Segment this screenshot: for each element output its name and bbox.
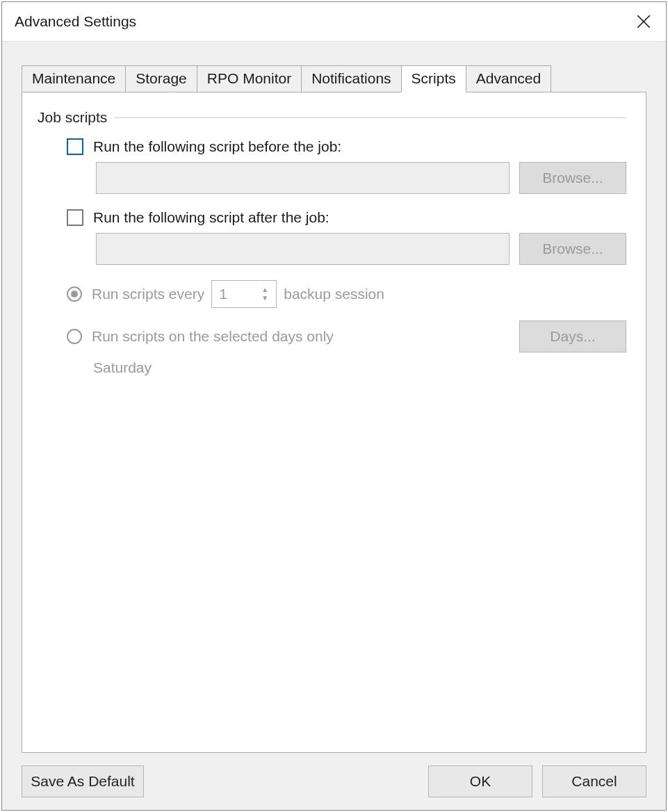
scripts-panel: Job scripts Run the following script bef… xyxy=(22,92,646,753)
after-job-label: Run the following script after the job: xyxy=(93,209,329,226)
tab-maintenance[interactable]: Maintenance xyxy=(22,65,126,92)
after-job-browse-button[interactable]: Browse... xyxy=(519,233,626,265)
tab-row: Maintenance Storage RPO Monitor Notifica… xyxy=(22,65,646,92)
group-job-scripts: Job scripts xyxy=(38,109,626,126)
spinner-arrows: ▲ ▼ xyxy=(254,281,276,307)
before-job-path-row: Browse... xyxy=(96,162,626,194)
titlebar: Advanced Settings xyxy=(2,2,666,41)
run-every-prefix: Run scripts every xyxy=(92,286,204,302)
session-count-value: 1 xyxy=(212,281,254,307)
run-days-row: Run scripts on the selected days only Da… xyxy=(67,320,626,352)
after-job-checkbox[interactable] xyxy=(67,209,83,226)
client-area: Maintenance Storage RPO Monitor Notifica… xyxy=(2,41,666,810)
group-divider xyxy=(114,117,626,118)
after-job-row: Run the following script after the job: xyxy=(67,209,626,226)
days-button[interactable]: Days... xyxy=(519,320,626,352)
cancel-button[interactable]: Cancel xyxy=(542,765,646,797)
tab-rpo-monitor[interactable]: RPO Monitor xyxy=(197,65,302,92)
run-days-radio[interactable] xyxy=(67,329,82,344)
before-job-path-input[interactable] xyxy=(96,162,510,194)
radio-dot-icon xyxy=(71,291,78,298)
ok-button[interactable]: OK xyxy=(428,765,532,797)
tab-advanced[interactable]: Advanced xyxy=(466,65,551,92)
close-icon xyxy=(637,15,651,29)
save-as-default-button[interactable]: Save As Default xyxy=(22,765,144,797)
advanced-settings-dialog: Advanced Settings Maintenance Storage RP… xyxy=(1,1,667,811)
run-every-radio[interactable] xyxy=(67,286,82,302)
run-every-suffix: backup session xyxy=(284,286,384,302)
window-title: Advanced Settings xyxy=(15,13,630,30)
chevron-up-icon[interactable]: ▲ xyxy=(261,286,268,294)
tab-scripts[interactable]: Scripts xyxy=(401,65,466,92)
run-every-row: Run scripts every 1 ▲ ▼ backup session xyxy=(67,280,626,308)
before-job-label: Run the following script before the job: xyxy=(93,138,341,155)
before-job-checkbox[interactable] xyxy=(67,138,83,155)
before-job-browse-button[interactable]: Browse... xyxy=(519,162,626,194)
after-job-path-input[interactable] xyxy=(96,233,510,265)
after-job-path-row: Browse... xyxy=(96,233,626,265)
group-label-text: Job scripts xyxy=(38,109,114,126)
run-days-label: Run scripts on the selected days only xyxy=(92,328,334,345)
session-count-spinner[interactable]: 1 ▲ ▼ xyxy=(211,280,277,308)
tab-notifications[interactable]: Notifications xyxy=(301,65,401,92)
selected-days-text: Saturday xyxy=(93,359,626,376)
chevron-down-icon[interactable]: ▼ xyxy=(261,294,268,302)
close-button[interactable] xyxy=(630,8,658,35)
dialog-footer: Save As Default OK Cancel xyxy=(22,753,646,797)
before-job-row: Run the following script before the job: xyxy=(67,138,626,155)
tab-storage[interactable]: Storage xyxy=(125,65,197,92)
